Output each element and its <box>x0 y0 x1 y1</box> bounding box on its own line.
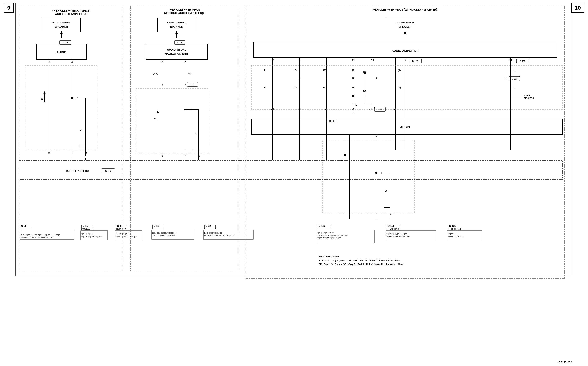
svg-marker-40 <box>175 31 178 34</box>
svg-text:OUTPUT SIGNAL: OUTPUT SIGNAL <box>52 21 71 24</box>
svg-text:MONITOR: MONITOR <box>524 97 534 99</box>
svg-text:SPEAKER: SPEAKER <box>399 25 412 28</box>
svg-text:1|2|3|4|5 | 6|7|8|9|10|11: 1|2|3|4|5 | 6|7|8|9|10|11 <box>204 232 222 234</box>
svg-text:X5|58|59|60|61|62|63|64|65|66|: X5|58|59|60|61|62|63|64|65|66|67|70|71|7… <box>21 236 54 238</box>
svg-text:G: G <box>385 190 387 193</box>
svg-text:AUDIO VISUAL: AUDIO VISUAL <box>167 48 186 51</box>
svg-rect-36 <box>157 18 196 32</box>
svg-text:10|11|12|13|14|15|16|17|18: 10|11|12|13|14|15|16|17|18 <box>116 236 137 238</box>
svg-text:G: G <box>295 86 297 89</box>
svg-text:<VEHICLES WITH MMCS: <VEHICLES WITH MMCS <box>169 8 200 11</box>
svg-text:L: L <box>514 86 515 89</box>
svg-text:MU801455: MU801455 <box>390 228 399 230</box>
svg-text:G: G <box>295 69 297 72</box>
svg-text:H7G15E12EC: H7G15E12EC <box>558 361 572 364</box>
svg-text:17: 17 <box>394 107 397 110</box>
svg-rect-43 <box>146 44 207 60</box>
svg-text:G: G <box>80 128 82 131</box>
svg-text:19: 19 <box>504 77 506 79</box>
svg-text:HANDS FREE-ECU: HANDS FREE-ECU <box>65 169 89 173</box>
svg-text:(Y-L): (Y-L) <box>188 73 192 75</box>
svg-text:NAVIGATION UNIT: NAVIGATION UNIT <box>165 52 188 55</box>
svg-text:(P): (P) <box>398 69 401 72</box>
svg-text:C-17: C-17 <box>190 83 195 86</box>
svg-text:W: W <box>323 69 326 72</box>
svg-rect-0 <box>15 3 572 276</box>
svg-text:1|2|3|4|5|6|7|8|9|10|11: 1|2|3|4|5|6|7|8|9|10|11 <box>317 232 334 234</box>
svg-text:(G-B): (G-B) <box>153 73 158 75</box>
svg-text:BR : Brown   O : Orange   GR :: BR : Brown O : Orange GR : Grey R : Red … <box>319 263 403 266</box>
svg-text:REAR: REAR <box>524 94 530 96</box>
svg-text:31|32|33|34|35|36|37|38|39|40: 31|32|33|34|35|36|37|38|39|40 <box>152 234 175 236</box>
svg-rect-232 <box>447 230 482 240</box>
svg-rect-226 <box>386 230 436 240</box>
svg-rect-198 <box>81 230 107 240</box>
svg-text:25|30|31|32|33|34|35|36|37|38: 25|30|31|32|33|34|35|36|37|38 <box>317 237 341 239</box>
svg-text:L: L <box>355 103 357 106</box>
svg-text:1|2|3|4|5|6|7|8|9: 1|2|3|4|5|6|7|8|9 <box>116 233 128 235</box>
svg-text:D-125: D-125 <box>520 60 525 62</box>
svg-rect-67 <box>136 88 209 154</box>
svg-text:W: W <box>41 98 43 100</box>
svg-text:29|30|31|32|33|34|35|36|37|38: 29|30|31|32|33|34|35|36|37|38 <box>387 236 410 237</box>
svg-text:7: 7 <box>510 107 511 110</box>
svg-text:SPEAKER: SPEAKER <box>170 25 183 28</box>
svg-text:21|22|23|24|▽|25|26|27|28: 21|22|23|24|▽|25|26|27|28 <box>387 233 407 235</box>
svg-rect-76 <box>386 18 424 32</box>
svg-rect-164 <box>322 140 415 213</box>
svg-text:SPEAKER: SPEAKER <box>55 25 68 28</box>
svg-text:24: 24 <box>369 107 372 110</box>
svg-marker-157 <box>344 153 346 156</box>
svg-text:20: 20 <box>375 77 378 79</box>
svg-text:9: 9 <box>326 77 327 79</box>
svg-text:(P): (P) <box>398 86 401 89</box>
svg-text:B: B <box>352 86 354 89</box>
svg-text:<VEHICLES WITH MMCS (WITH AUDI: <VEHICLES WITH MMCS (WITH AUDIO AMPLIFIE… <box>372 8 439 11</box>
svg-text:AUDIO AMPLIFIER: AUDIO AMPLIFIER <box>391 49 419 53</box>
svg-text:AND AUDIO AMPLIFIER>: AND AUDIO AMPLIFIER> <box>55 13 87 15</box>
svg-text:36: 36 <box>298 107 301 110</box>
svg-text:R: R <box>264 69 266 72</box>
svg-text:10|11|12|13|14|15|16|17|18: 10|11|12|13|14|15|16|17|18 <box>81 236 102 238</box>
svg-marker-19 <box>43 91 46 94</box>
svg-rect-26 <box>25 65 98 150</box>
svg-text:G: G <box>194 132 196 135</box>
svg-text:Wire colour code: Wire colour code <box>319 255 339 258</box>
svg-text:41|42|43|44|45|46|47|48|49|50|: 41|42|43|44|45|46|47|48|49|50|51|52|53|5… <box>21 234 60 236</box>
svg-marker-8 <box>60 31 63 34</box>
svg-marker-80 <box>404 31 406 34</box>
svg-rect-1 <box>19 6 123 271</box>
svg-text:7: 7 <box>272 77 273 79</box>
svg-text:AUDIO: AUDIO <box>400 126 410 129</box>
svg-text:D-126: D-126 <box>412 60 418 62</box>
svg-text:1|2|3|4|5|6: 1|2|3|4|5|6 <box>448 233 456 235</box>
svg-text:AUDIO: AUDIO <box>56 51 67 54</box>
svg-text:5: 5 <box>395 77 396 79</box>
svg-text:C-08: C-08 <box>177 41 182 44</box>
svg-text:C-22: C-22 <box>512 78 517 80</box>
svg-text:1|2|3|4|5|6|7|8|9: 1|2|3|4|5|6|7|8|9 <box>81 233 94 235</box>
svg-text:B : Black   LG : Light green  : B : Black LG : Light green G : Green L :… <box>319 259 400 262</box>
svg-text:12|13|14|15|16|17|18|19|20|21|: 12|13|14|15|16|17|18|19|20|21|22|23|24 <box>317 234 348 236</box>
svg-text:<VEHICLES WITHOUT MMCS: <VEHICLES WITHOUT MMCS <box>52 9 90 12</box>
svg-text:GR: GR <box>371 59 374 62</box>
svg-text:12|13|14|15|16|17|18|19|20|21|: 12|13|14|15|16|17|18|19|20|21|22|23|24 <box>204 234 234 236</box>
svg-text:W: W <box>154 117 156 120</box>
svg-text:MU801589: MU801589 <box>81 228 90 230</box>
svg-text:MU801453: MU801453 <box>451 228 461 230</box>
svg-marker-60 <box>156 110 159 113</box>
svg-text:10: 10 <box>352 77 355 79</box>
svg-rect-144 <box>252 65 562 109</box>
svg-text:7|8|9|10|11|12|13|14: 7|8|9|10|11|12|13|14 <box>448 236 463 237</box>
svg-text:C-122: C-122 <box>105 170 112 172</box>
svg-text:C-16: C-16 <box>63 41 68 44</box>
svg-text:R: R <box>264 86 266 89</box>
svg-rect-33 <box>131 6 238 271</box>
svg-text:OUTPUT SIGNAL: OUTPUT SIGNAL <box>396 21 415 24</box>
svg-text:L: L <box>514 69 515 72</box>
svg-text:MU801589: MU801589 <box>116 228 126 230</box>
svg-text:21|22|23|24|25|26|27|28|29|30: 21|22|23|24|25|26|27|28|29|30 <box>152 232 175 234</box>
svg-rect-4 <box>42 18 81 32</box>
svg-text:26: 26 <box>271 107 274 110</box>
svg-text:W: W <box>323 86 326 89</box>
